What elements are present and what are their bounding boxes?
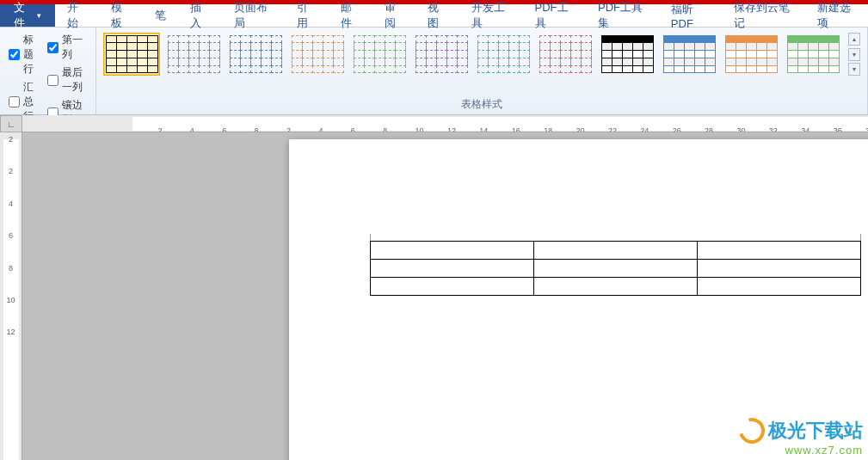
- menu-tab-13[interactable]: 保存到云笔记: [722, 4, 804, 27]
- table-style-options-group: 标题行 汇总行 镶边行 第一列 最后一列 镶边列 表格样式选项: [0, 28, 96, 114]
- table-row[interactable]: [371, 260, 861, 278]
- table-cell[interactable]: [698, 278, 861, 296]
- style-dash-orange[interactable]: [289, 33, 346, 76]
- style-dash-teal[interactable]: [475, 33, 532, 76]
- ribbon: 标题行 汇总行 镶边行 第一列 最后一列 镶边列 表格样式选项 ▴▾▾ 表格样式: [0, 28, 868, 115]
- ruler-corner[interactable]: ∟: [0, 115, 22, 132]
- dropdown-arrow-icon: ▾: [37, 11, 41, 20]
- file-menu[interactable]: 文件 ▾: [0, 4, 55, 27]
- style-solid-green[interactable]: [785, 33, 841, 76]
- style-dash-red[interactable]: [537, 33, 594, 76]
- watermark: 极光下载站 www.xz7.com: [739, 418, 863, 457]
- styles-group-label: 表格样式: [102, 95, 862, 114]
- menu-tab-2[interactable]: 笔: [143, 4, 178, 27]
- header-row-checkbox[interactable]: 标题行: [9, 33, 40, 77]
- style-dash-gray[interactable]: [165, 33, 222, 76]
- horizontal-ruler[interactable]: 2468101214161820222426283032343638桙 8642: [22, 115, 868, 132]
- menu-tab-7[interactable]: 审阅: [372, 4, 416, 27]
- style-dash-purple[interactable]: [413, 33, 470, 76]
- style-dash-blue[interactable]: [227, 33, 284, 76]
- menu-tab-14[interactable]: 新建选项: [805, 4, 868, 27]
- menu-bar: 文件 ▾ 开始模板笔插入页面布局引用邮件审阅视图开发工具PDF工具PDF工具集福…: [0, 4, 868, 28]
- menu-tab-1[interactable]: 模板: [99, 4, 143, 27]
- menu-tab-10[interactable]: PDF工具: [523, 4, 586, 27]
- vertical-ruler[interactable]: 224681012: [0, 132, 22, 460]
- style-dash-green[interactable]: [351, 33, 408, 76]
- gallery-scroll-down-icon[interactable]: ▾: [848, 48, 860, 61]
- menu-tab-5[interactable]: 引用: [285, 4, 329, 27]
- style-solid-black[interactable]: [599, 33, 656, 76]
- gallery-more-icon[interactable]: ▾: [848, 63, 860, 76]
- file-menu-label: 文件: [14, 0, 34, 31]
- style-plain-grid[interactable]: [103, 33, 160, 76]
- watermark-url: www.xz7.com: [739, 444, 863, 457]
- first-col-checkbox[interactable]: 第一列: [47, 33, 87, 62]
- table-cell[interactable]: [534, 260, 698, 278]
- table-cell[interactable]: [698, 242, 861, 260]
- table-cell[interactable]: [698, 260, 861, 278]
- document-table[interactable]: [370, 241, 861, 296]
- table-cell[interactable]: [371, 278, 534, 296]
- table-cell[interactable]: [371, 260, 534, 278]
- menu-tab-6[interactable]: 邮件: [329, 4, 372, 27]
- menu-tab-11[interactable]: PDF工具集: [586, 4, 659, 27]
- table-cell[interactable]: [534, 242, 698, 260]
- table-styles-group: ▴▾▾ 表格样式: [96, 28, 868, 114]
- table-row[interactable]: [371, 242, 861, 260]
- document-area: ∟ 2468101214161820222426283032343638桙 86…: [0, 115, 868, 460]
- style-solid-blue[interactable]: [661, 33, 717, 76]
- menu-tab-3[interactable]: 插入: [178, 4, 222, 27]
- menu-tab-0[interactable]: 开始: [55, 4, 99, 27]
- watermark-title: 极光下载站: [768, 418, 863, 444]
- last-col-checkbox[interactable]: 最后一列: [47, 65, 87, 95]
- document-page[interactable]: [289, 139, 868, 460]
- menu-tab-4[interactable]: 页面布局: [222, 4, 285, 27]
- style-solid-orange[interactable]: [723, 33, 779, 76]
- menu-tab-8[interactable]: 视图: [416, 4, 459, 27]
- styles-gallery: ▴▾▾: [102, 31, 862, 95]
- menu-tab-12[interactable]: 福昕PDF: [659, 4, 722, 27]
- table-cell[interactable]: [534, 278, 698, 296]
- menu-tab-9[interactable]: 开发工具: [459, 4, 522, 27]
- table-row[interactable]: [371, 278, 861, 296]
- gallery-scroll-up-icon[interactable]: ▴: [848, 33, 860, 46]
- table-cell[interactable]: [371, 242, 534, 260]
